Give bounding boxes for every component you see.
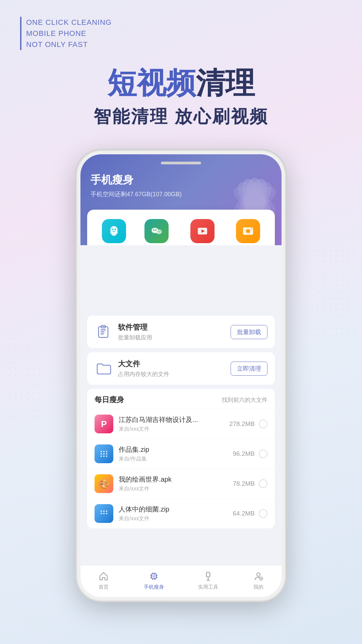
large-files-desc: 占用内存较大的文件	[118, 370, 231, 378]
software-text: 软件管理 批量卸载应用	[118, 322, 231, 341]
app-content: 手机瘦身 手机空间还剩47.67GB(107.00GB)	[80, 154, 282, 597]
svg-point-16	[155, 229, 157, 231]
bottom-nav: 首页	[80, 565, 282, 597]
svg-rect-56	[206, 572, 210, 577]
file-name-0: 江苏白马湖吉祥物设计及...	[119, 415, 229, 424]
large-files-card: 大文件 占用内存较大的文件 立即清理	[87, 352, 275, 385]
file-item-3[interactable]: 人体中的细菌.zip 来自/xxx文件 64.2MB	[87, 498, 275, 528]
action-qq[interactable]: QQ瘦身 36MB	[102, 219, 126, 245]
chip-icon	[148, 570, 160, 582]
nav-my-label: 我的	[253, 584, 263, 590]
nav-tools[interactable]: 实用工具	[198, 570, 218, 590]
svg-point-32	[103, 451, 105, 452]
wechat-icon	[144, 219, 169, 243]
svg-point-18	[160, 231, 161, 232]
tools-icon	[202, 570, 214, 582]
svg-point-33	[106, 451, 107, 452]
software-card: 软件管理 批量卸载应用 批量卸载	[87, 316, 275, 348]
lotus-decoration	[221, 158, 282, 218]
svg-rect-26	[101, 329, 106, 330]
phone-screen: 手机瘦身 手机空间还剩47.67GB(107.00GB)	[80, 154, 282, 597]
svg-point-40	[101, 511, 102, 512]
svg-point-11	[112, 229, 113, 230]
file-checkbox-2[interactable]	[259, 479, 267, 488]
file-checkbox-1[interactable]	[259, 449, 267, 458]
file-name-2: 我的绘画世界.apk	[119, 475, 233, 484]
file-size-1: 96.2MB	[233, 450, 255, 458]
phone-mockup: 手机瘦身 手机空间还剩47.67GB(107.00GB)	[77, 151, 285, 600]
home-icon	[98, 570, 110, 582]
svg-point-23	[247, 230, 249, 232]
action-photo[interactable]: 图片清理 2.3GB	[236, 219, 260, 245]
svg-point-44	[103, 513, 105, 514]
phone-speaker	[161, 162, 201, 164]
svg-point-34	[101, 453, 102, 454]
nav-my[interactable]: 我的	[252, 570, 264, 590]
file-item-1[interactable]: 作品集.zip 来自/作品集 96.2MB	[87, 439, 275, 469]
tagline-line3: NOT ONLY FAST	[26, 39, 112, 50]
svg-point-36	[106, 453, 107, 454]
large-files-text: 大文件 占用内存较大的文件	[118, 359, 231, 378]
tagline-line2: MOBILE PHONE	[26, 28, 112, 39]
svg-point-61	[257, 573, 260, 576]
app-header: 手机瘦身 手机空间还剩47.67GB(107.00GB)	[80, 154, 282, 245]
phone-frame: 手机瘦身 手机空间还剩47.67GB(107.00GB)	[77, 151, 285, 600]
daily-header: 每日瘦身 找到前六的大文件	[87, 389, 275, 409]
nav-home[interactable]: 首页	[98, 570, 110, 590]
file-checkbox-3[interactable]	[259, 509, 267, 518]
svg-point-39	[106, 455, 107, 457]
svg-rect-47	[153, 575, 155, 578]
svg-point-15	[153, 229, 155, 231]
headline-main: 短视频清理	[0, 67, 362, 100]
tagline-line1: ONE CLICK CLEANING	[26, 17, 112, 28]
main-content: 软件管理 批量卸载应用 批量卸载	[80, 316, 282, 528]
headline-subtitle: 智能清理 放心刷视频	[0, 105, 362, 128]
svg-point-45	[106, 513, 107, 514]
nav-slim-label: 手机瘦身	[144, 584, 164, 590]
headline-blue: 短视频	[107, 66, 196, 100]
svg-point-37	[101, 455, 102, 457]
file-source-3: 来自/xxx文件	[119, 515, 233, 522]
action-wechat[interactable]: 微信瘦身 1.2GB	[144, 219, 169, 245]
file-info-1: 作品集.zip 来自/作品集	[119, 445, 233, 463]
action-video[interactable]: 短视频清理 556MB	[187, 219, 218, 245]
quick-actions-card: QQ瘦身 36MB	[87, 210, 275, 245]
file-item-2[interactable]: 🎨 我的绘画世界.apk 来自/xxx文件 78.2MB	[87, 469, 275, 498]
file-info-2: 我的绘画世界.apk 来自/xxx文件	[119, 475, 233, 492]
svg-point-31	[101, 451, 102, 452]
svg-rect-28	[101, 333, 104, 334]
daily-hint: 找到前六的大文件	[222, 396, 267, 404]
folder-icon	[95, 360, 112, 377]
large-files-title: 大文件	[118, 359, 231, 369]
file-info-0: 江苏白马湖吉祥物设计及... 来自/xxx文件	[119, 415, 229, 433]
file-size-0: 278.2MB	[229, 420, 255, 428]
nav-tools-label: 实用工具	[198, 584, 218, 590]
svg-point-24	[251, 228, 252, 229]
photo-icon	[236, 219, 260, 243]
software-action-button[interactable]: 批量卸载	[231, 325, 267, 339]
file-size-2: 78.2MB	[233, 480, 255, 487]
file-name-1: 作品集.zip	[119, 445, 233, 454]
large-files-item[interactable]: 大文件 占用内存较大的文件 立即清理	[87, 352, 275, 385]
daily-section: 每日瘦身 找到前六的大文件 P 江苏白马湖吉祥物设计及... 来自/xxx文件 …	[87, 389, 275, 528]
qq-icon	[102, 219, 126, 243]
svg-point-12	[115, 229, 116, 230]
nav-slim[interactable]: 手机瘦身	[144, 570, 164, 590]
svg-rect-27	[101, 331, 105, 332]
file-item-0[interactable]: P 江苏白马湖吉祥物设计及... 来自/xxx文件 278.2MB	[87, 409, 275, 439]
headline-section: 短视频清理 智能清理 放心刷视频	[0, 67, 362, 128]
software-icon	[95, 323, 112, 341]
svg-point-38	[103, 455, 105, 457]
file-icon-2: 🎨	[95, 474, 113, 493]
my-icon	[252, 570, 264, 582]
file-source-2: 来自/xxx文件	[119, 485, 233, 492]
file-checkbox-0[interactable]	[259, 420, 267, 428]
large-files-action-button[interactable]: 立即清理	[231, 362, 267, 376]
software-item[interactable]: 软件管理 批量卸载应用 批量卸载	[87, 316, 275, 348]
file-source-0: 来自/xxx文件	[119, 426, 229, 433]
video-icon	[190, 219, 215, 243]
svg-point-30	[103, 326, 104, 327]
svg-point-14	[156, 229, 162, 234]
svg-point-43	[101, 513, 102, 514]
file-size-3: 64.2MB	[233, 510, 255, 517]
